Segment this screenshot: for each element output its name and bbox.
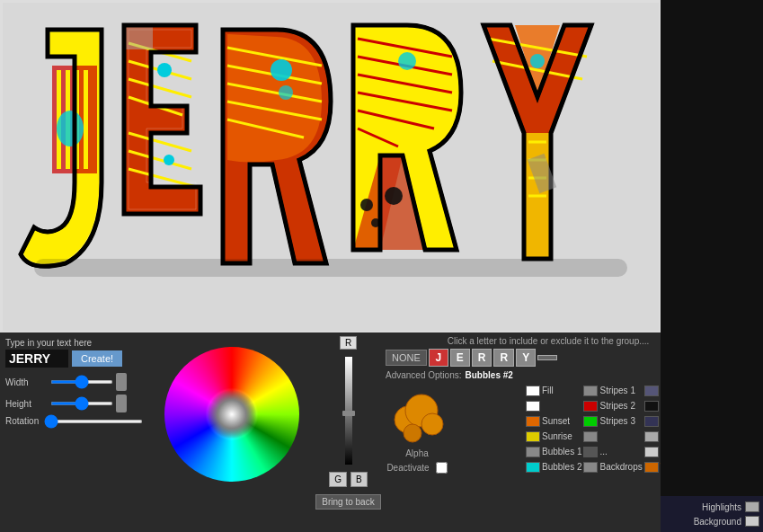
none-button[interactable]: NONE (386, 350, 427, 366)
white-swatch (526, 401, 540, 412)
sunrise-label: Sunrise (542, 431, 572, 441)
width-thumb (116, 373, 127, 391)
stripes2-option[interactable]: Stripes 2 (583, 399, 642, 412)
alpha-area: Alpha Deactivate (386, 384, 448, 474)
sunset-swatch (526, 416, 540, 427)
alpha-svg (386, 384, 448, 447)
deactivate-label: Deactivate (386, 463, 429, 473)
white-option[interactable] (526, 399, 581, 412)
fill-swatch (526, 386, 540, 396)
side-background-option[interactable]: Background (664, 514, 759, 528)
svg-rect-37 (34, 259, 627, 277)
sunrise-option[interactable]: Sunrise (526, 430, 581, 443)
side-bottom-options: Highlights Background (661, 496, 763, 532)
highlights-swatch (644, 431, 659, 442)
g-button[interactable]: G (329, 472, 347, 487)
gb-buttons: G B (329, 472, 367, 487)
rotation-label: Rotation (5, 416, 44, 426)
svg-rect-11 (126, 27, 153, 49)
color-wheel-area (148, 332, 315, 532)
svg-point-1 (57, 111, 84, 146)
empty2-swatch (583, 431, 598, 442)
dots-option[interactable]: ... (583, 445, 642, 458)
rotation-control: Rotation (5, 416, 143, 426)
dots-swatch (583, 447, 598, 457)
letter-j[interactable]: J (429, 349, 448, 367)
height-slider[interactable] (50, 402, 113, 405)
side-panel: Highlights Background (661, 0, 763, 532)
deactivate-checkbox[interactable] (436, 462, 448, 474)
backdrops-option[interactable]: Backdrops (583, 460, 642, 474)
svg-point-42 (404, 424, 421, 442)
canvas-area (0, 0, 661, 332)
advanced-value: Bubbles #2 (466, 370, 513, 380)
svg-point-26 (385, 187, 403, 205)
side-highlights-swatch (745, 501, 759, 512)
sunrise-swatch (526, 431, 540, 442)
side-background-label: Background (694, 517, 741, 527)
width-slider[interactable] (50, 380, 113, 384)
side-highlights-option[interactable]: Highlights (664, 500, 759, 514)
color-wheel[interactable] (164, 347, 299, 482)
empty2-option[interactable] (583, 430, 642, 443)
create-button[interactable]: Create! (72, 350, 122, 367)
letter-e[interactable]: E (450, 349, 470, 367)
text-value-display: JERRY (5, 350, 68, 368)
left-controls: Type in your text here JERRY Create! Wid… (0, 332, 148, 532)
advanced-label: Advanced Options: (386, 370, 462, 380)
svg-point-9 (157, 63, 172, 77)
alpha-preview (386, 384, 448, 447)
bottom-panel: Type in your text here JERRY Create! Wid… (0, 332, 661, 532)
text-input-label: Type in your text here (5, 338, 143, 348)
color-wheel-inner (207, 390, 256, 439)
b-button[interactable]: B (350, 472, 368, 487)
side-background-swatch (745, 516, 759, 527)
svg-point-41 (421, 413, 443, 435)
svg-point-10 (164, 155, 174, 165)
letter-empty[interactable] (537, 355, 557, 360)
stripes3-swatch (583, 416, 598, 427)
bubbles2-label: Bubbles 2 (542, 462, 581, 472)
bubbles1-label: Bubbles 1 (542, 447, 581, 457)
rotation-slider[interactable] (44, 420, 143, 423)
side-top-area (661, 0, 763, 496)
stripes3-label: Stripes 3 (599, 416, 634, 426)
alpha-label: Alpha (405, 448, 429, 458)
vertical-slider-track[interactable] (345, 357, 352, 465)
letter-r2[interactable]: R (493, 349, 514, 367)
svg-point-17 (271, 59, 292, 81)
outline-swatch (644, 401, 659, 412)
reset-button[interactable]: R (340, 336, 357, 350)
letter-r1[interactable]: R (472, 349, 492, 367)
svg-point-25 (398, 52, 416, 70)
bubbles1-swatch (526, 447, 540, 457)
svg-point-35 (530, 54, 545, 68)
side-highlights-label: Highlights (702, 502, 741, 512)
vertical-slider-handle (342, 411, 355, 416)
bubbles2-swatch (526, 462, 540, 473)
letter-y[interactable]: Y (516, 349, 536, 367)
height-control: Height (5, 395, 143, 412)
height-label: Height (5, 399, 50, 409)
sunset-label: Sunset (542, 416, 570, 426)
backdrops-swatch (583, 462, 598, 473)
sunset-option[interactable]: Sunset (526, 414, 581, 428)
deactivate-row: Deactivate (386, 462, 447, 474)
stripes1-option[interactable]: Stripes 1 (583, 384, 642, 397)
fill-option[interactable]: Fill (526, 384, 581, 397)
stripes1-label: Stripes 1 (599, 386, 634, 395)
fill-label: Fill (542, 386, 554, 395)
stripes2-label: Stripes 2 (599, 401, 634, 411)
width-control: Width (5, 373, 143, 391)
bubbles2-option[interactable]: Bubbles 2 (526, 460, 581, 474)
keyline-swatch (644, 416, 659, 427)
bring-back-button[interactable]: Bring to back (315, 494, 380, 510)
stripes3-option[interactable]: Stripes 3 (583, 414, 642, 428)
shadows-swatch (644, 386, 659, 396)
bubbles1-option[interactable]: Bubbles 1 (526, 445, 581, 458)
graffiti-art (0, 0, 661, 332)
svg-point-27 (360, 199, 373, 211)
svg-point-18 (279, 85, 293, 100)
themes-swatch (644, 462, 659, 473)
backdrops-label: Backdrops (599, 462, 642, 472)
